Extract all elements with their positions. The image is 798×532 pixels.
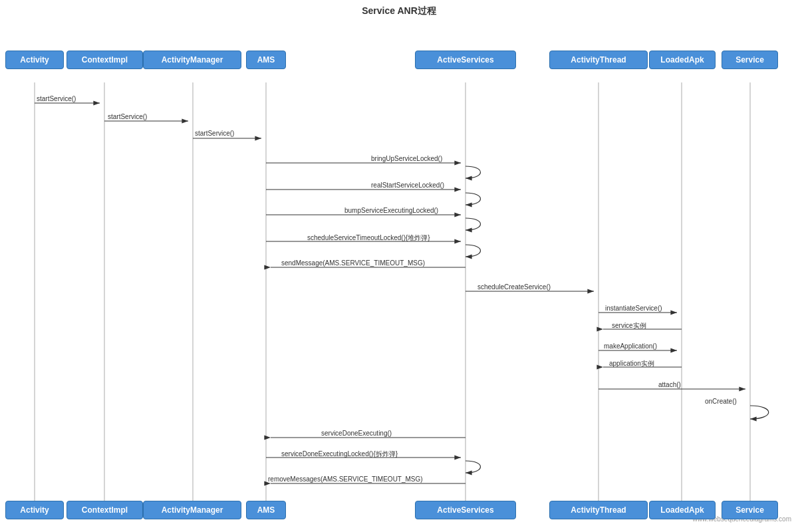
actor-activeservices-top: ActiveServices (415, 51, 516, 69)
actor-contextimpl-top: ContextImpl (66, 51, 143, 69)
diagram-area: startService() startService() startServi… (0, 20, 798, 525)
page-title: Service ANR过程 (0, 0, 798, 17)
actor-ams-top: AMS (246, 51, 286, 69)
actor-loadedapk-top: LoadedApk (649, 51, 716, 69)
actor-activity-bottom: Activity (5, 501, 64, 519)
label-schedule-timeout: scheduleServiceTimeoutLocked(){堆炸弹} (307, 233, 430, 243)
label-realstart: realStartServiceLocked() (371, 182, 444, 189)
actor-contextimpl-bottom: ContextImpl (66, 501, 143, 519)
label-oncreate: onCreate() (705, 398, 737, 405)
label-remove-messages: removeMessages(AMS.SERVICE_TIMEOUT_MSG) (268, 475, 423, 483)
label-bump: bumpServiceExecutingLocked() (344, 207, 438, 214)
actor-ams-bottom: AMS (246, 501, 286, 519)
label-app-instance: application实例 (609, 359, 654, 368)
actor-service-top: Service (722, 51, 778, 69)
label-service-done: serviceDoneExecuting() (321, 430, 392, 437)
actor-loadedapk-bottom: LoadedApk (649, 501, 716, 519)
actor-activitymanager-top: ActivityManager (143, 51, 241, 69)
label-makeapplication: makeApplication() (604, 342, 657, 350)
actor-activity-top: Activity (5, 51, 64, 69)
label-startservice-3: startService() (195, 130, 234, 137)
label-startservice-1: startService() (37, 95, 76, 102)
actor-activeservices-bottom: ActiveServices (415, 501, 516, 519)
sequence-diagram-svg (0, 20, 798, 532)
label-startservice-2: startService() (108, 113, 147, 120)
actor-activitymanager-bottom: ActivityManager (143, 501, 241, 519)
label-instantiate: instantiateService() (605, 305, 662, 312)
label-service-instance: service实例 (612, 321, 646, 331)
label-attach: attach() (658, 381, 681, 388)
label-schedule-create: scheduleCreateService() (477, 283, 551, 291)
actor-activitythread-top: ActivityThread (549, 51, 648, 69)
label-service-done-locked: serviceDoneExecutingLocked(){拆炸弹} (281, 450, 398, 459)
actor-activitythread-bottom: ActivityThread (549, 501, 648, 519)
label-sendmessage: sendMessage(AMS.SERVICE_TIMEOUT_MSG) (281, 259, 425, 267)
actor-service-bottom: Service (722, 501, 778, 519)
label-bringup: bringUpServiceLocked() (371, 155, 442, 162)
